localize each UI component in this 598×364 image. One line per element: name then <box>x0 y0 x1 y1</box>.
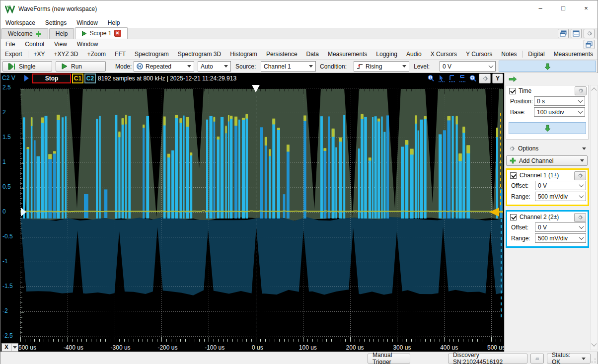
plot-settings-gear-icon[interactable] <box>479 73 491 83</box>
tool-histogram[interactable]: Histogram <box>225 50 262 59</box>
x-axis-button[interactable]: X <box>1 343 18 352</box>
single-button[interactable]: Single <box>2 61 52 72</box>
tile-windows-button[interactable] <box>571 29 582 38</box>
scope-menu-file[interactable]: File <box>0 40 20 49</box>
tool-digital[interactable]: Digital <box>523 50 549 59</box>
time-panel-expander-button[interactable] <box>509 122 586 134</box>
add-workspace-icon <box>35 31 42 37</box>
y-cursor-tool-icon[interactable] <box>458 74 467 83</box>
time-panel-title: Time <box>519 87 531 94</box>
manual-trigger-button[interactable]: Manual Trigger <box>368 354 410 364</box>
tab-welcome-label: Welcome <box>8 30 33 37</box>
channel-2-offset-select[interactable]: 0 V <box>535 222 586 232</box>
status-dropdown[interactable]: Status: OK <box>547 354 591 364</box>
trigger-panel-expander-button[interactable] <box>499 61 596 72</box>
chevron-down-icon <box>578 109 583 114</box>
close-tab-icon[interactable]: ✕ <box>114 30 121 37</box>
scope-menu-control[interactable]: Control <box>20 40 49 49</box>
options-dropdown[interactable]: Options <box>507 144 588 153</box>
waveform-plot[interactable] <box>20 84 503 342</box>
channel-1-range-select[interactable]: 500 mV/div <box>535 192 586 201</box>
menu-window[interactable]: Window <box>72 18 103 27</box>
mode-select[interactable]: Repeated <box>134 61 194 72</box>
minimize-button[interactable]: – <box>529 0 552 15</box>
single-icon <box>8 63 15 70</box>
channel-1-settings-gear-icon[interactable] <box>574 171 586 180</box>
x-cursor-tool-icon[interactable] <box>448 74 456 83</box>
level-label: Level: <box>414 63 430 70</box>
tool--zoom[interactable]: +Zoom <box>82 50 110 59</box>
x-axis-dropdown[interactable] <box>11 344 18 351</box>
scope-menu-bar: FileControlViewWindow <box>0 39 598 50</box>
tool-fft[interactable]: FFT <box>110 50 130 59</box>
tool-export[interactable]: Export <box>0 50 27 59</box>
workspace-settings-gear-icon[interactable] <box>584 29 595 38</box>
channel-1-offset-select[interactable]: 0 V <box>535 181 586 190</box>
tab-help[interactable]: Help <box>49 28 75 39</box>
scope-menu-window[interactable]: Window <box>72 40 103 49</box>
sidebar-scrollbar[interactable] <box>590 85 598 350</box>
scope-menu-view[interactable]: View <box>49 40 72 49</box>
zoom-fit-icon[interactable]: 1 <box>427 74 436 83</box>
zoom-region-icon[interactable] <box>468 74 477 83</box>
condition-select[interactable]: Rising <box>354 61 409 72</box>
add-channel-button[interactable]: Add Channel <box>506 155 588 166</box>
position-select[interactable]: 0 s <box>534 96 585 106</box>
run-button[interactable]: Run <box>56 61 106 72</box>
y-tick-label: 1 <box>2 158 19 165</box>
undock-window-button[interactable] <box>584 40 595 49</box>
channel-2-range-select[interactable]: 500 mV/div <box>535 233 586 243</box>
tool-logging[interactable]: Logging <box>372 50 402 59</box>
source-select[interactable]: Channel 1 <box>261 61 316 72</box>
tool-measurements[interactable]: Measurements <box>549 50 598 59</box>
channel-2-checkbox[interactable] <box>510 214 517 220</box>
channel-2-settings-gear-icon[interactable] <box>574 213 586 222</box>
menu-workspace[interactable]: Workspace <box>0 18 40 27</box>
tool-audio[interactable]: Audio <box>402 50 426 59</box>
tab-scope-1[interactable]: Scope 1 ✕ <box>75 27 127 39</box>
y-axis-button[interactable]: Y <box>492 73 503 83</box>
chevron-down-icon <box>580 159 584 162</box>
channel-2-toggle-button[interactable]: C2 <box>84 73 96 83</box>
maximize-button[interactable]: □ <box>552 0 575 15</box>
stop-button[interactable]: Stop <box>32 73 71 83</box>
channel-1-checkbox[interactable] <box>510 172 517 179</box>
tool-measurements[interactable]: Measurements <box>323 50 372 59</box>
time-settings-gear-icon[interactable] <box>575 86 587 95</box>
scroll-up-icon[interactable] <box>591 87 597 93</box>
trigger-mode-select[interactable]: Auto <box>198 61 231 72</box>
tool--xy[interactable]: +XY <box>29 50 49 59</box>
tool-persistence[interactable]: Persistence <box>262 50 302 59</box>
base-label: Base: <box>510 109 525 116</box>
tool-data[interactable]: Data <box>302 50 323 59</box>
menu-settings[interactable]: Settings <box>40 18 72 27</box>
scroll-down-icon[interactable] <box>591 341 597 346</box>
tool-notes[interactable]: Notes <box>497 50 521 59</box>
tool-spectrogram-3d[interactable]: Spectrogram 3D <box>173 50 225 59</box>
expand-arrow-icon[interactable] <box>23 74 30 82</box>
green-down-arrow-icon <box>545 125 550 132</box>
device-icon[interactable] <box>530 354 544 364</box>
window-title: WaveForms (new workspace) <box>18 5 97 12</box>
x-tick-label: -200 us <box>157 344 177 351</box>
collapse-sidebar-arrow-icon[interactable] <box>509 76 517 82</box>
level-input[interactable]: 0 V <box>440 61 496 72</box>
tool--xyz-3d[interactable]: +XYZ 3D <box>49 50 82 59</box>
mode-value: Repeated <box>146 63 185 70</box>
scope-sidebar: Time Position: 0 s Base: 100 us/div <box>504 73 598 352</box>
time-checkbox[interactable] <box>509 88 516 94</box>
y-tick-label: -1.5 <box>2 283 19 290</box>
channel-1-toggle-button[interactable]: C1 <box>72 73 83 83</box>
device-serial-button[interactable]: Discovery SN:210244516192 <box>448 354 527 364</box>
close-button[interactable]: × <box>575 0 598 15</box>
cascade-windows-button[interactable] <box>558 29 569 38</box>
tool-spectrogram[interactable]: Spectrogram <box>130 50 173 59</box>
tool-x-cursors[interactable]: X Cursors <box>426 50 461 59</box>
tab-welcome[interactable]: Welcome <box>1 28 48 39</box>
tool-y-cursors[interactable]: Y Cursors <box>461 50 497 59</box>
base-select[interactable]: 100 us/div <box>534 107 585 117</box>
pointer-tool-icon[interactable] <box>437 74 446 83</box>
menu-help[interactable]: Help <box>103 18 125 27</box>
resize-grip[interactable] <box>591 358 597 364</box>
channel-1-panel: Channel 1 (1±) Offset: 0 V Range: 500 mV… <box>506 168 589 206</box>
